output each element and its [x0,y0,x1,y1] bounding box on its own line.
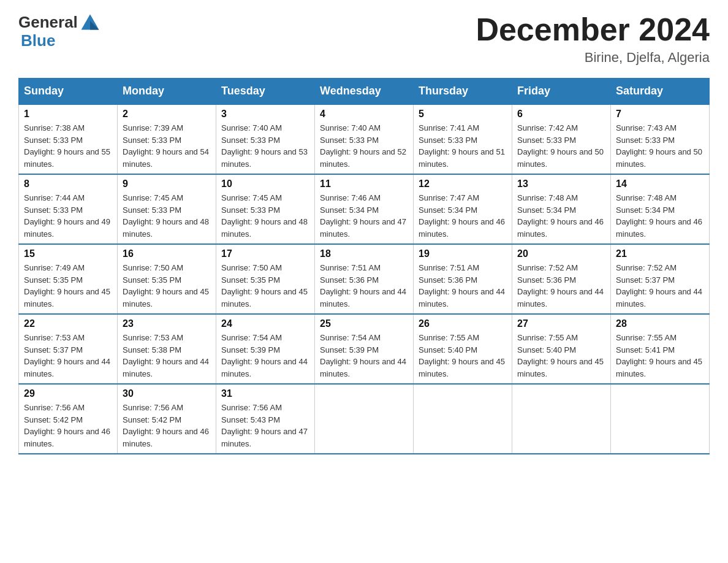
day-info: Sunrise: 7:50 AM Sunset: 5:35 PM Dayligh… [221,262,309,310]
day-info: Sunrise: 7:53 AM Sunset: 5:37 PM Dayligh… [24,332,112,380]
day-number: 1 [24,109,112,120]
logo-icon [79,10,101,32]
day-info: Sunrise: 7:44 AM Sunset: 5:33 PM Dayligh… [24,192,112,240]
calendar-cell: 24 Sunrise: 7:54 AM Sunset: 5:39 PM Dayl… [216,314,315,384]
day-info: Sunrise: 7:52 AM Sunset: 5:36 PM Dayligh… [517,262,605,310]
calendar-cell: 17 Sunrise: 7:50 AM Sunset: 5:35 PM Dayl… [216,244,315,314]
day-info: Sunrise: 7:46 AM Sunset: 5:34 PM Dayligh… [320,192,408,240]
col-header-tuesday: Tuesday [216,79,315,105]
day-info: Sunrise: 7:48 AM Sunset: 5:34 PM Dayligh… [616,192,704,240]
calendar-cell: 12 Sunrise: 7:47 AM Sunset: 5:34 PM Dayl… [414,174,512,244]
day-number: 20 [517,248,605,259]
day-number: 6 [517,109,605,120]
calendar-cell: 14 Sunrise: 7:48 AM Sunset: 5:34 PM Dayl… [611,174,710,244]
calendar-table: Sunday Monday Tuesday Wednesday Thursday… [18,78,710,454]
calendar-cell: 22 Sunrise: 7:53 AM Sunset: 5:37 PM Dayl… [19,314,118,384]
col-header-thursday: Thursday [414,79,512,105]
day-number: 5 [419,109,507,120]
calendar-cell [512,384,611,454]
day-number: 18 [320,248,408,259]
calendar-cell: 18 Sunrise: 7:51 AM Sunset: 5:36 PM Dayl… [315,244,414,314]
day-number: 17 [221,248,309,259]
day-info: Sunrise: 7:41 AM Sunset: 5:33 PM Dayligh… [419,122,507,170]
day-number: 7 [616,109,704,120]
calendar-cell [315,384,414,454]
col-header-friday: Friday [512,79,611,105]
month-title: December 2024 [476,12,710,47]
day-number: 12 [419,178,507,190]
calendar-cell: 31 Sunrise: 7:56 AM Sunset: 5:43 PM Dayl… [216,384,315,454]
calendar-cell: 21 Sunrise: 7:52 AM Sunset: 5:37 PM Dayl… [611,244,710,314]
calendar-cell: 2 Sunrise: 7:39 AM Sunset: 5:33 PM Dayli… [118,104,216,174]
day-info: Sunrise: 7:53 AM Sunset: 5:38 PM Dayligh… [123,332,211,380]
calendar-cell: 5 Sunrise: 7:41 AM Sunset: 5:33 PM Dayli… [414,104,512,174]
day-number: 9 [123,178,211,190]
day-info: Sunrise: 7:48 AM Sunset: 5:34 PM Dayligh… [517,192,605,240]
col-header-saturday: Saturday [611,79,710,105]
day-info: Sunrise: 7:45 AM Sunset: 5:33 PM Dayligh… [123,192,211,240]
calendar-cell [611,384,710,454]
day-number: 28 [616,318,704,329]
day-info: Sunrise: 7:50 AM Sunset: 5:35 PM Dayligh… [123,262,211,310]
page-header: General Blue December 2024 Birine, Djelf… [18,12,710,66]
calendar-cell: 4 Sunrise: 7:40 AM Sunset: 5:33 PM Dayli… [315,104,414,174]
day-number: 27 [517,318,605,329]
day-info: Sunrise: 7:55 AM Sunset: 5:40 PM Dayligh… [517,332,605,380]
day-number: 10 [221,178,309,190]
col-header-monday: Monday [118,79,216,105]
calendar-cell: 11 Sunrise: 7:46 AM Sunset: 5:34 PM Dayl… [315,174,414,244]
calendar-cell: 20 Sunrise: 7:52 AM Sunset: 5:36 PM Dayl… [512,244,611,314]
day-number: 30 [123,388,211,399]
calendar-cell [414,384,512,454]
day-number: 3 [221,109,309,120]
calendar-week-4: 22 Sunrise: 7:53 AM Sunset: 5:37 PM Dayl… [19,314,710,384]
day-number: 4 [320,109,408,120]
calendar-cell: 15 Sunrise: 7:49 AM Sunset: 5:35 PM Dayl… [19,244,118,314]
calendar-cell: 9 Sunrise: 7:45 AM Sunset: 5:33 PM Dayli… [118,174,216,244]
calendar-cell: 1 Sunrise: 7:38 AM Sunset: 5:33 PM Dayli… [19,104,118,174]
day-number: 24 [221,318,309,329]
calendar-week-2: 8 Sunrise: 7:44 AM Sunset: 5:33 PM Dayli… [19,174,710,244]
col-header-wednesday: Wednesday [315,79,414,105]
day-info: Sunrise: 7:43 AM Sunset: 5:33 PM Dayligh… [616,122,704,170]
location-subtitle: Birine, Djelfa, Algeria [476,50,710,66]
day-info: Sunrise: 7:51 AM Sunset: 5:36 PM Dayligh… [320,262,408,310]
day-number: 11 [320,178,408,190]
day-number: 16 [123,248,211,259]
calendar-header-row: Sunday Monday Tuesday Wednesday Thursday… [19,79,710,105]
day-info: Sunrise: 7:38 AM Sunset: 5:33 PM Dayligh… [24,122,112,170]
logo-text-blue: Blue [21,31,55,50]
day-info: Sunrise: 7:40 AM Sunset: 5:33 PM Dayligh… [320,122,408,170]
day-number: 25 [320,318,408,329]
calendar-cell: 10 Sunrise: 7:45 AM Sunset: 5:33 PM Dayl… [216,174,315,244]
day-info: Sunrise: 7:55 AM Sunset: 5:41 PM Dayligh… [616,332,704,380]
calendar-cell: 23 Sunrise: 7:53 AM Sunset: 5:38 PM Dayl… [118,314,216,384]
day-info: Sunrise: 7:49 AM Sunset: 5:35 PM Dayligh… [24,262,112,310]
day-info: Sunrise: 7:47 AM Sunset: 5:34 PM Dayligh… [419,192,507,240]
calendar-cell: 19 Sunrise: 7:51 AM Sunset: 5:36 PM Dayl… [414,244,512,314]
title-block: December 2024 Birine, Djelfa, Algeria [476,12,710,66]
day-info: Sunrise: 7:39 AM Sunset: 5:33 PM Dayligh… [123,122,211,170]
day-info: Sunrise: 7:42 AM Sunset: 5:33 PM Dayligh… [517,122,605,170]
day-number: 31 [221,388,309,399]
day-number: 8 [24,178,112,190]
logo: General Blue [18,12,101,50]
day-number: 2 [123,109,211,120]
day-number: 14 [616,178,704,190]
day-info: Sunrise: 7:56 AM Sunset: 5:42 PM Dayligh… [123,402,211,450]
calendar-cell: 30 Sunrise: 7:56 AM Sunset: 5:42 PM Dayl… [118,384,216,454]
day-number: 23 [123,318,211,329]
logo-text-general: General [18,13,78,31]
calendar-cell: 27 Sunrise: 7:55 AM Sunset: 5:40 PM Dayl… [512,314,611,384]
day-number: 15 [24,248,112,259]
calendar-cell: 6 Sunrise: 7:42 AM Sunset: 5:33 PM Dayli… [512,104,611,174]
calendar-cell: 3 Sunrise: 7:40 AM Sunset: 5:33 PM Dayli… [216,104,315,174]
calendar-cell: 13 Sunrise: 7:48 AM Sunset: 5:34 PM Dayl… [512,174,611,244]
day-info: Sunrise: 7:45 AM Sunset: 5:33 PM Dayligh… [221,192,309,240]
day-number: 21 [616,248,704,259]
col-header-sunday: Sunday [19,79,118,105]
day-info: Sunrise: 7:56 AM Sunset: 5:42 PM Dayligh… [24,402,112,450]
day-info: Sunrise: 7:54 AM Sunset: 5:39 PM Dayligh… [320,332,408,380]
calendar-cell: 28 Sunrise: 7:55 AM Sunset: 5:41 PM Dayl… [611,314,710,384]
calendar-cell: 29 Sunrise: 7:56 AM Sunset: 5:42 PM Dayl… [19,384,118,454]
